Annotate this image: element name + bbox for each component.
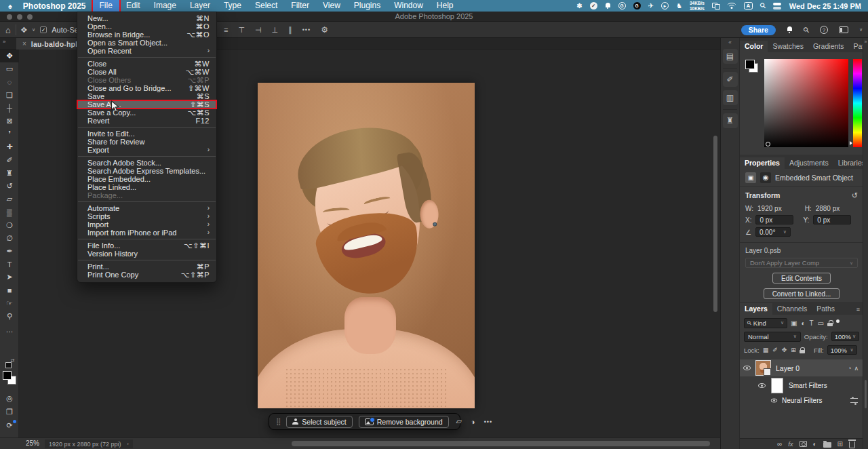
color-tab-swatches[interactable]: Swatches [768,41,808,52]
reset-transform-icon[interactable]: ↺ [852,191,858,200]
file-menu-item-open[interactable]: Open...⌘O [77,22,216,31]
notification-bell-icon[interactable] [605,3,611,9]
filter-lock-icon[interactable] [827,320,833,326]
lasso-tool[interactable]: ◌ [0,75,19,88]
file-menu-item-search-adobe-express-templates[interactable]: Search Adobe Express Templates... [77,167,216,175]
more-options-icon[interactable]: ••• [484,418,492,425]
align-middle-icon[interactable]: ⊣ [255,26,262,35]
g-dark-icon[interactable]: G [633,2,641,9]
rotation-angle-field[interactable]: 0.00°∨ [755,227,791,237]
input-source-icon[interactable]: A [744,2,753,9]
toolbar-expand-icon[interactable]: » [3,39,5,45]
workspace-panel-icon[interactable] [839,26,848,33]
file-menu-item-share-for-review[interactable]: Share for Review [77,138,216,146]
delete-layer-icon[interactable] [849,442,855,448]
select-subject-button[interactable]: Select subject [286,416,352,428]
smart-filters-eye-icon[interactable] [758,383,766,388]
layer-visibility-eye-icon[interactable] [743,366,751,370]
menu-clock[interactable]: Wed Dec 25 1:49 PM [789,2,861,10]
layer-row-smart-filters[interactable]: Smart Filters [740,376,863,395]
collapse-chevron-icon[interactable]: ∧ [854,365,859,372]
file-menu-item-search-adobe-stock[interactable]: Search Adobe Stock... [77,159,216,167]
layer-effects-icon[interactable]: fx [788,440,793,448]
file-menu-item-close[interactable]: Close⌘W [77,60,216,68]
smart-filter-indicator-icon[interactable]: ◔ [848,365,851,372]
apple-menu-icon[interactable]: ♠ [8,2,12,10]
pen-tool[interactable]: ✒ [0,245,19,258]
file-menu-item-open-recent[interactable]: Open Recent› [77,47,216,55]
panel-clone-source-icon[interactable]: ♜ [723,113,738,128]
quick-mask-icon[interactable]: ◎ [0,391,19,405]
search-icon[interactable]: ⚲ [801,25,811,35]
panel-brush-settings-icon[interactable]: ✐ [723,72,738,87]
menubar-item-select[interactable]: Select [248,0,284,12]
file-menu-item-close-and-go-to-bridge[interactable]: Close and Go to Bridge...⇧⌘W [77,84,216,92]
filter-adjustment-icon[interactable]: ◐ [801,319,805,327]
foreground-color-swatch[interactable] [745,60,755,69]
file-menu-item-import[interactable]: Import› [77,220,216,229]
cat-app-icon[interactable]: ♞ [676,3,682,9]
more-options-icon[interactable]: ••• [302,26,311,33]
convert-to-linked-button[interactable]: Convert to Linked... [764,288,840,299]
panel-styles-icon[interactable]: ▤ [723,49,738,64]
frame-tool[interactable]: ⊠ [0,115,19,128]
mask-properties-icon[interactable]: ◉ [760,172,771,183]
color-tab-gradients[interactable]: Gradients [808,41,849,52]
hue-slider[interactable] [853,59,862,147]
g-ring-icon[interactable]: G [618,2,626,9]
lock-all-icon[interactable] [800,347,805,353]
check-circle-icon[interactable]: ✓ [590,2,597,9]
app-menu-title[interactable]: Photoshop 2025 [16,1,93,11]
help-icon[interactable]: ? [820,26,828,34]
spotlight-search-icon[interactable]: ⚲ [757,1,768,11]
layers-tab-channels[interactable]: Channels [772,303,812,315]
layer-mask-icon[interactable] [800,441,807,447]
transform-icon[interactable]: ▱ [456,417,462,426]
auto-select-checkbox[interactable]: ✓ [40,26,47,33]
distribute-icon[interactable]: ∥ [288,26,292,35]
smart-object-icon[interactable]: ▣ [745,172,756,183]
file-menu-item-print-one-copy[interactable]: Print One Copy⌥⇧⌘P [77,271,216,279]
hue-slider-pointer[interactable] [850,141,852,145]
y-position-field[interactable]: 0 px [813,215,851,224]
crop-tool[interactable]: ┼ [0,102,19,115]
properties-tab-properties[interactable]: Properties [740,157,785,169]
brush-tool[interactable]: ✐ [0,154,19,167]
neural-filters-settings-icon[interactable] [850,398,858,403]
layer-row-neural-filters[interactable]: Neural Filters [740,395,863,406]
file-menu-item-save-as[interactable]: Save As...⇧⌘S [77,100,216,109]
wifi-icon[interactable] [728,3,736,9]
canvas-horizontal-scrollbar[interactable] [292,441,710,446]
canvas-vertical-scrollbar[interactable] [713,136,717,312]
remove-background-button[interactable]: Remove background [359,416,449,428]
foreground-background-swatches[interactable] [3,371,16,385]
file-menu-item-automate[interactable]: Automate› [77,204,216,212]
file-menu-item-save[interactable]: Save⌘S [77,92,216,100]
file-menu-item-import-from-iphone-or-ipad[interactable]: Import from iPhone or iPad› [77,229,216,237]
document-info[interactable]: 1920 px x 2880 px (72 ppi) › [45,440,133,448]
swap-colors-icon[interactable] [5,361,14,368]
align-top-icon[interactable]: ⊤ [238,26,245,35]
layer-row-layer0[interactable]: Layer 0 ◔ ∧ [740,359,863,376]
screen-mode-icon[interactable]: ❐ [0,405,19,418]
file-menu-item-close-all[interactable]: Close All⌥⌘W [77,68,216,76]
filter-image-icon[interactable]: ▣ [791,319,797,327]
saturation-brightness-field[interactable] [764,59,848,147]
menubar-item-window[interactable]: Window [387,0,430,12]
eyedropper-tool[interactable]: ❜ [0,128,19,140]
file-menu-item-place-linked[interactable]: Place Linked... [77,183,216,191]
color-tab-color[interactable]: Color [740,41,768,52]
play-circle-icon[interactable]: ▸ [661,2,669,9]
notifications-bell-icon[interactable] [787,26,793,33]
menubar-item-plugins[interactable]: Plugins [347,0,387,12]
menubar-item-edit[interactable]: Edit [119,0,147,12]
kind-filter-select[interactable]: ⚲ Kind∨ [744,318,787,328]
panel-menu-icon[interactable]: ≡ [856,306,860,313]
healing-brush-tool[interactable]: ✚ [0,140,19,153]
move-tool-options-icon[interactable]: ✥ [21,26,27,35]
neural-filters-eye-icon[interactable] [771,399,777,403]
path-selection-tool[interactable]: ➤ [0,271,19,284]
blur-tool[interactable]: ❍ [0,218,19,231]
foreground-color-swatch[interactable] [3,371,12,380]
zoom-tool[interactable]: ⚲ [0,310,19,323]
